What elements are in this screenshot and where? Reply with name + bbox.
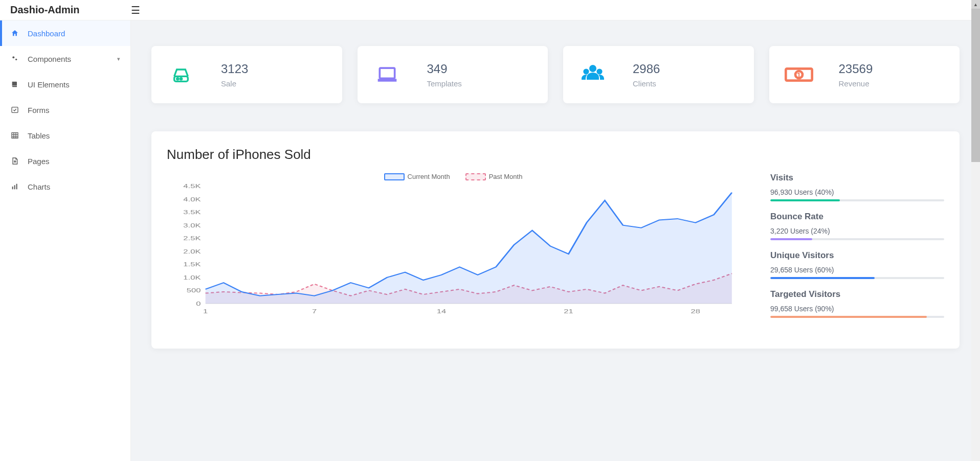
svg-text:1: 1 xyxy=(203,308,208,314)
sidebar-item-charts[interactable]: Charts xyxy=(0,174,130,199)
line-chart[interactable]: 05001.0K1.5K2.0K2.5K3.0K3.5K4.0K4.5K1714… xyxy=(167,183,740,316)
book-icon xyxy=(10,80,19,89)
legend-item-current[interactable]: Current Month xyxy=(384,173,450,180)
chevron-down-icon: ▾ xyxy=(117,56,120,62)
sidebar-item-label: Dashboard xyxy=(28,29,65,38)
svg-rect-6 xyxy=(16,184,17,190)
sidebar-item-label: Forms xyxy=(28,106,50,114)
progress-bar xyxy=(770,277,944,279)
sidebar-item-dashboard[interactable]: Dashboard xyxy=(0,20,130,46)
vertical-scrollbar[interactable]: ▲ xyxy=(971,0,980,461)
legend-swatch xyxy=(384,173,405,180)
sidebar-item-ui-elements[interactable]: UI Elements xyxy=(0,72,130,97)
svg-text:2.0K: 2.0K xyxy=(183,248,201,255)
metric-title: Targeted Visitors xyxy=(770,289,944,299)
brand-title: Dashio-Admin xyxy=(10,4,131,16)
legend-swatch xyxy=(465,173,486,180)
svg-point-12 xyxy=(583,68,589,74)
hamburger-menu-icon[interactable]: ☰ xyxy=(131,4,140,16)
svg-rect-3 xyxy=(12,133,18,139)
sidebar-item-label: UI Elements xyxy=(28,80,70,89)
legend-label: Current Month xyxy=(408,173,450,180)
metric-title: Visits xyxy=(770,173,944,183)
svg-point-0 xyxy=(12,56,14,58)
svg-text:14: 14 xyxy=(437,308,447,314)
legend-label: Past Month xyxy=(489,173,523,180)
svg-point-13 xyxy=(596,68,602,74)
main-content: 3123Sale349Templates2986Clients123569Rev… xyxy=(131,20,980,461)
svg-text:7: 7 xyxy=(312,308,317,314)
stat-value: 349 xyxy=(427,62,462,76)
metric: Bounce Rate3,220 Users (24%) xyxy=(770,212,944,240)
scroll-up-icon[interactable]: ▲ xyxy=(971,0,980,9)
legend-item-past[interactable]: Past Month xyxy=(465,173,523,180)
sidebar-item-components[interactable]: Components ▾ xyxy=(0,46,130,72)
svg-point-9 xyxy=(180,78,182,80)
svg-text:1: 1 xyxy=(797,71,801,79)
users-icon xyxy=(578,60,607,89)
svg-rect-10 xyxy=(380,68,394,78)
svg-point-1 xyxy=(15,59,17,60)
metric-text: 96,930 Users (40%) xyxy=(770,188,944,196)
svg-text:4.5K: 4.5K xyxy=(183,183,201,189)
metric-title: Unique Visitors xyxy=(770,250,944,261)
sidebar-item-label: Charts xyxy=(28,182,50,191)
svg-text:3.5K: 3.5K xyxy=(183,209,201,215)
progress-bar xyxy=(770,199,944,201)
bar-chart-icon xyxy=(10,182,19,191)
svg-text:4.0K: 4.0K xyxy=(183,196,201,202)
cogs-icon xyxy=(10,54,19,63)
svg-text:28: 28 xyxy=(691,308,701,314)
drive-icon xyxy=(167,60,195,89)
scrollbar-thumb[interactable] xyxy=(971,9,980,162)
svg-text:0: 0 xyxy=(196,301,201,307)
table-icon xyxy=(10,131,19,140)
svg-text:1.0K: 1.0K xyxy=(183,274,201,281)
stat-value: 2986 xyxy=(633,62,660,76)
svg-rect-2 xyxy=(12,107,18,113)
svg-text:500: 500 xyxy=(187,287,201,293)
progress-bar xyxy=(770,238,944,240)
chart-legend: Current Month Past Month xyxy=(167,173,740,180)
stat-label: Templates xyxy=(427,79,462,88)
check-icon xyxy=(10,105,19,114)
money-icon: 1 xyxy=(785,60,813,89)
svg-text:21: 21 xyxy=(564,308,573,314)
stat-card: 349Templates xyxy=(358,46,548,103)
sidebar-item-label: Pages xyxy=(28,157,50,166)
sidebar-item-label: Tables xyxy=(28,131,50,140)
laptop-icon xyxy=(373,60,402,89)
sidebar-item-forms[interactable]: Forms xyxy=(0,97,130,123)
svg-point-8 xyxy=(177,78,179,80)
home-icon xyxy=(10,29,19,38)
metric-text: 99,658 Users (90%) xyxy=(770,305,944,313)
sidebar-item-label: Components xyxy=(28,55,71,63)
progress-bar xyxy=(770,316,944,318)
svg-text:3.0K: 3.0K xyxy=(183,222,201,228)
sidebar-item-tables[interactable]: Tables xyxy=(0,123,130,148)
stat-label: Sale xyxy=(221,79,248,88)
stat-card: 123569Revenue xyxy=(769,46,960,103)
chart-title: Number of iPhones Sold xyxy=(167,147,944,163)
metric-text: 29,658 Users (60%) xyxy=(770,266,944,274)
metric-text: 3,220 Users (24%) xyxy=(770,227,944,235)
svg-rect-4 xyxy=(12,187,13,189)
sidebar: Dashboard Components ▾ UI Elements Forms… xyxy=(0,20,131,461)
stat-card: 2986Clients xyxy=(563,46,754,103)
metric: Targeted Visitors99,658 Users (90%) xyxy=(770,289,944,318)
metric: Visits96,930 Users (40%) xyxy=(770,173,944,201)
stat-label: Clients xyxy=(633,79,660,88)
svg-text:1.5K: 1.5K xyxy=(183,261,201,267)
stat-label: Revenue xyxy=(839,79,873,88)
stat-value: 23569 xyxy=(839,62,873,76)
metric: Unique Visitors29,658 Users (60%) xyxy=(770,250,944,279)
chart-card: Number of iPhones Sold Current Month Pas… xyxy=(151,131,960,349)
stat-card: 3123Sale xyxy=(151,46,342,103)
stat-value: 3123 xyxy=(221,62,248,76)
svg-point-11 xyxy=(589,65,596,72)
sidebar-item-pages[interactable]: Pages xyxy=(0,148,130,174)
svg-text:2.5K: 2.5K xyxy=(183,235,201,241)
svg-rect-5 xyxy=(14,185,15,189)
page-icon xyxy=(10,156,19,166)
metric-title: Bounce Rate xyxy=(770,212,944,222)
